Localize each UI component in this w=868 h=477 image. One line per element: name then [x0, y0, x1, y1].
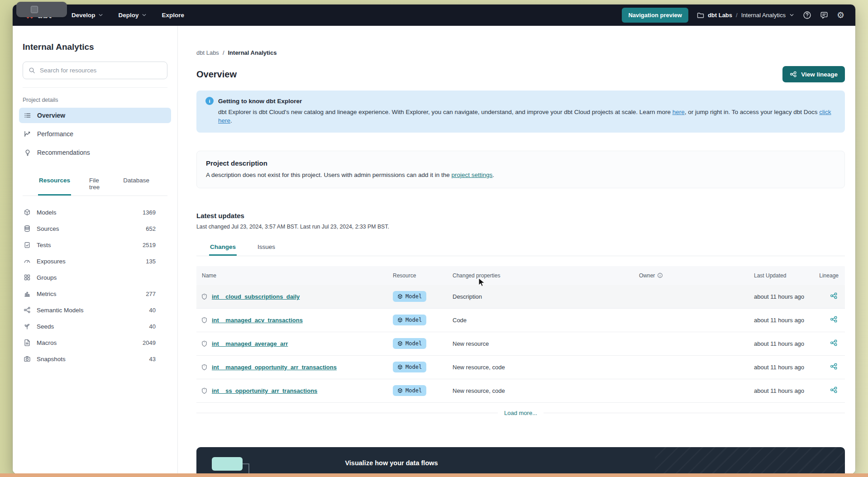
resource-count: 40: [149, 307, 156, 314]
search-box[interactable]: [23, 62, 167, 79]
divider: [544, 413, 845, 413]
info-circle-icon[interactable]: [657, 272, 663, 278]
load-more-link[interactable]: Load more...: [504, 410, 537, 416]
resource-type-badge: Model: [393, 338, 426, 349]
table-row[interactable]: int__managed_average_arr Model New resou…: [196, 332, 845, 356]
list-icon: [24, 112, 31, 119]
lineage-promo-banner[interactable]: Visualize how your data flows: [196, 447, 845, 474]
cube-icon: [397, 341, 403, 346]
tab-issues[interactable]: Issues: [257, 239, 276, 256]
column-owner: Owner: [639, 272, 754, 279]
resource-row-semantic-models[interactable]: Semantic Models 40: [23, 302, 167, 318]
table-row[interactable]: int__managed_acv_transactions Model Code…: [196, 309, 845, 332]
changed-properties-cell: New resource, code: [453, 364, 639, 371]
main-panel: dbt Labs / Internal Analytics Overview V…: [178, 26, 855, 474]
sidebar-item-overview[interactable]: Overview: [19, 108, 171, 123]
info-banner-body: dbt Explorer is dbt Cloud's new catalog …: [218, 108, 836, 125]
resource-count: 40: [149, 323, 156, 330]
menu-develop[interactable]: Develop: [72, 12, 103, 19]
search-input[interactable]: [40, 67, 162, 74]
changed-properties-cell: New resource, code: [453, 387, 639, 394]
project-selector[interactable]: dbt Labs / Internal Analytics: [697, 12, 794, 19]
resource-row-models[interactable]: Models 1369: [23, 204, 167, 220]
shield-icon: [201, 293, 208, 300]
page-title: Overview: [196, 69, 237, 80]
grid-icon: [24, 274, 31, 281]
search-icon: [29, 67, 35, 74]
learn-more-link[interactable]: here: [672, 109, 685, 115]
resource-row-tests[interactable]: Tests 2519: [23, 237, 167, 253]
window-artifact-icon: [31, 6, 38, 13]
line-chart-icon: [24, 130, 31, 138]
sidebar-divider: [23, 87, 167, 88]
resource-row-seeds[interactable]: Seeds 40: [23, 318, 167, 334]
project-settings-link[interactable]: project settings: [452, 172, 493, 178]
lineage-icon[interactable]: [830, 315, 838, 323]
sidebar-item-recommendations[interactable]: Recommendations: [19, 145, 171, 160]
model-name-link[interactable]: int__cloud_subscriptions_daily: [212, 293, 300, 300]
resource-row-snapshots[interactable]: Snapshots 43: [23, 351, 167, 367]
info-banner-title: Getting to know dbt Explorer: [218, 98, 302, 105]
resource-row-metrics[interactable]: Metrics 277: [23, 286, 167, 302]
last-updated-cell: about 11 hours ago: [754, 387, 815, 394]
app-window: ✖ dbt Develop Deploy Explore Navigation …: [13, 5, 855, 474]
tab-database[interactable]: Database: [122, 172, 150, 196]
feedback-icon[interactable]: [820, 11, 828, 19]
breadcrumb: dbt Labs / Internal Analytics: [196, 49, 845, 56]
resource-row-macros[interactable]: Macros 2049: [23, 334, 167, 351]
resource-count: 277: [146, 291, 156, 297]
resource-type-badge: Model: [393, 315, 426, 325]
settings-gear-icon[interactable]: [837, 11, 844, 19]
table-row[interactable]: int__cloud_subscriptions_daily Model Des…: [196, 285, 845, 309]
explorer-info-banner: Getting to know dbt Explorer dbt Explore…: [196, 91, 845, 133]
table-row[interactable]: int__ss_opportunity_arr_transactions Mod…: [196, 379, 845, 403]
project-details-label: Project details: [23, 97, 167, 103]
lineage-illustration: [205, 452, 314, 474]
model-name-link[interactable]: int__managed_opportunity_arr_transaction…: [212, 364, 337, 371]
lineage-icon[interactable]: [830, 339, 838, 347]
tab-file-tree[interactable]: File tree: [88, 172, 105, 196]
account-name: dbt Labs: [708, 12, 732, 19]
project-name: Internal Analytics: [741, 12, 786, 19]
main-menu: Develop Deploy Explore: [72, 12, 184, 19]
resource-count: 43: [149, 356, 156, 363]
lineage-icon: [790, 71, 797, 78]
app-body: Internal Analytics Project details Overv…: [13, 26, 855, 474]
window-artifact-tab: [16, 2, 67, 17]
lineage-icon[interactable]: [830, 363, 838, 370]
resource-row-groups[interactable]: Groups: [23, 269, 167, 286]
menu-deploy[interactable]: Deploy: [119, 12, 147, 19]
sidebar-item-performance[interactable]: Performance: [19, 126, 171, 142]
breadcrumb-separator: /: [736, 12, 738, 19]
lineage-icon[interactable]: [830, 292, 838, 300]
resource-count: 135: [146, 258, 156, 265]
menu-explore[interactable]: Explore: [162, 12, 185, 19]
model-name-link[interactable]: int__ss_opportunity_arr_transactions: [212, 387, 317, 394]
lineage-icon[interactable]: [830, 386, 838, 394]
resource-type-badge: Model: [393, 385, 426, 396]
help-icon[interactable]: [803, 11, 811, 19]
promo-title: Visualize how your data flows: [345, 459, 438, 467]
chevron-down-icon: [142, 13, 147, 18]
folder-icon: [697, 12, 704, 19]
navigation-preview-button[interactable]: Navigation preview: [622, 8, 688, 23]
top-navbar: ✖ dbt Develop Deploy Explore Navigation …: [13, 5, 855, 26]
resource-row-sources[interactable]: Sources 652: [23, 220, 167, 237]
column-resource: Resource: [393, 272, 453, 279]
view-lineage-button[interactable]: View lineage: [782, 66, 845, 82]
tab-changes[interactable]: Changes: [209, 239, 237, 256]
changed-properties-cell: Description: [453, 293, 639, 300]
table-row[interactable]: int__managed_opportunity_arr_transaction…: [196, 356, 845, 379]
changed-properties-cell: New resource: [453, 340, 639, 347]
shield-icon: [201, 387, 208, 394]
resource-type-badge: Model: [393, 291, 426, 302]
resource-row-exposures[interactable]: Exposures 135: [23, 253, 167, 269]
gauge-icon: [24, 258, 31, 265]
desktop-strip: [0, 473, 868, 477]
model-name-link[interactable]: int__managed_acv_transactions: [212, 317, 303, 324]
model-name-link[interactable]: int__managed_average_arr: [212, 340, 288, 347]
chevron-down-icon: [98, 13, 103, 18]
tab-resources[interactable]: Resources: [38, 172, 71, 196]
database-icon: [24, 225, 31, 232]
breadcrumb-root[interactable]: dbt Labs: [196, 49, 219, 56]
